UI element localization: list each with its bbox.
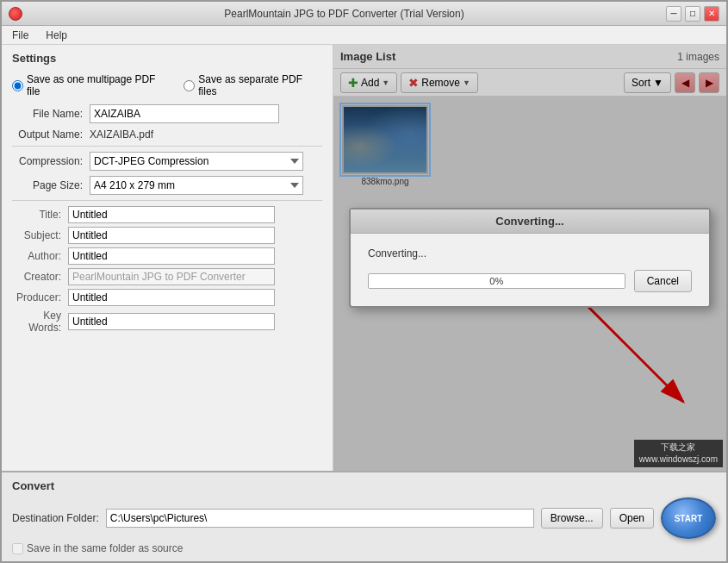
content-area: Settings Save as one multipage PDF file [2, 45, 726, 561]
menu-bar: File Help [2, 26, 726, 45]
cancel-button[interactable]: Cancel [634, 270, 692, 292]
same-folder-label[interactable]: Save in the same folder as source [27, 542, 183, 554]
settings-header: Settings [2, 45, 333, 68]
compression-row: Compression: DCT-JPEG Compression [12, 152, 322, 171]
convert-header: Convert [12, 479, 716, 492]
keywords-label: Key Words: [12, 310, 68, 334]
close-button[interactable]: ✕ [704, 6, 719, 22]
window-title: PearlMountain JPG to PDF Converter (Tria… [22, 8, 666, 20]
convert-section: Convert Destination Folder: Browse... Op… [2, 471, 726, 561]
divider1 [12, 146, 322, 147]
title-input[interactable] [68, 206, 275, 223]
convert-row: Destination Folder: Browse... Open START [12, 497, 716, 539]
same-folder-checkbox[interactable] [12, 543, 23, 554]
title-row: Title: [12, 206, 322, 223]
page-size-row: Page Size: A4 210 x 279 mm [12, 176, 322, 195]
save-options-row: Save as one multipage PDF file Save as s… [12, 73, 322, 97]
subject-label: Subject: [12, 229, 68, 241]
file-name-label: File Name: [12, 108, 90, 120]
author-row: Author: [12, 247, 322, 265]
keywords-row: Key Words: [12, 310, 322, 334]
same-folder-row: Save in the same folder as source [12, 542, 183, 554]
keywords-input[interactable] [68, 313, 275, 330]
dialog-overlay: Converting... Converting... 0% Cancel [333, 45, 726, 471]
dest-folder-label: Destination Folder: [12, 512, 99, 524]
progress-text: 0% [489, 276, 503, 286]
file-name-input[interactable] [90, 104, 279, 123]
compression-label: Compression: [12, 155, 90, 167]
image-list-panel: Image List 1 images ✚ Add ▼ ✖ Remove [333, 45, 726, 471]
dest-folder-input[interactable] [106, 509, 534, 528]
page-size-select[interactable]: A4 210 x 279 mm [90, 176, 303, 195]
output-name-value: XAIZAIBA.pdf [90, 128, 153, 141]
page-size-label: Page Size: [12, 179, 90, 191]
metadata-section: Title: Subject: Author: [12, 206, 322, 334]
subject-input[interactable] [68, 227, 275, 244]
creator-input[interactable] [68, 268, 275, 285]
save-option2-label[interactable]: Save as separate PDF files [184, 73, 322, 97]
dialog-title-bar: Converting... [351, 210, 709, 234]
title-left [9, 7, 22, 21]
subject-row: Subject: [12, 227, 322, 244]
dialog-status: Converting... [368, 247, 692, 260]
producer-label: Producer: [12, 291, 68, 303]
menu-file[interactable]: File [7, 28, 34, 43]
menu-help[interactable]: Help [40, 28, 72, 43]
save-option1-label[interactable]: Save as one multipage PDF file [12, 73, 170, 97]
window-controls: ─ □ ✕ [666, 6, 719, 22]
main-window: PearlMountain JPG to PDF Converter (Tria… [0, 0, 728, 563]
creator-label: Creator: [12, 271, 68, 283]
producer-input[interactable] [68, 289, 275, 306]
settings-section: Save as one multipage PDF file Save as s… [2, 68, 333, 471]
progress-row: 0% Cancel [368, 270, 692, 292]
progress-bar-container: 0% [368, 273, 625, 289]
minimize-button[interactable]: ─ [666, 6, 681, 22]
title-label: Title: [12, 209, 68, 221]
compression-select[interactable]: DCT-JPEG Compression [90, 152, 303, 171]
output-name-row: Output Name: XAIZAIBA.pdf [12, 128, 322, 141]
start-button[interactable]: START [661, 497, 716, 539]
title-bar: PearlMountain JPG to PDF Converter (Tria… [2, 2, 726, 26]
author-input[interactable] [68, 247, 275, 265]
output-name-label: Output Name: [12, 128, 90, 141]
browse-button[interactable]: Browse... [541, 508, 603, 529]
close-icon[interactable] [9, 7, 22, 21]
divider2 [12, 200, 322, 201]
settings-panel: Settings Save as one multipage PDF file [2, 45, 333, 471]
save-option2-radio[interactable] [184, 80, 195, 91]
open-button[interactable]: Open [610, 508, 654, 529]
producer-row: Producer: [12, 289, 322, 306]
bottom-row: Save in the same folder as source [12, 542, 716, 554]
file-name-row: File Name: [12, 104, 322, 123]
author-label: Author: [12, 250, 68, 262]
creator-row: Creator: [12, 268, 322, 285]
save-option1-radio[interactable] [12, 80, 23, 91]
maximize-button[interactable]: □ [685, 6, 700, 22]
main-area: Settings Save as one multipage PDF file [2, 45, 726, 561]
converting-dialog: Converting... Converting... 0% Cancel [349, 208, 711, 308]
dialog-body: Converting... 0% Cancel [351, 234, 709, 306]
